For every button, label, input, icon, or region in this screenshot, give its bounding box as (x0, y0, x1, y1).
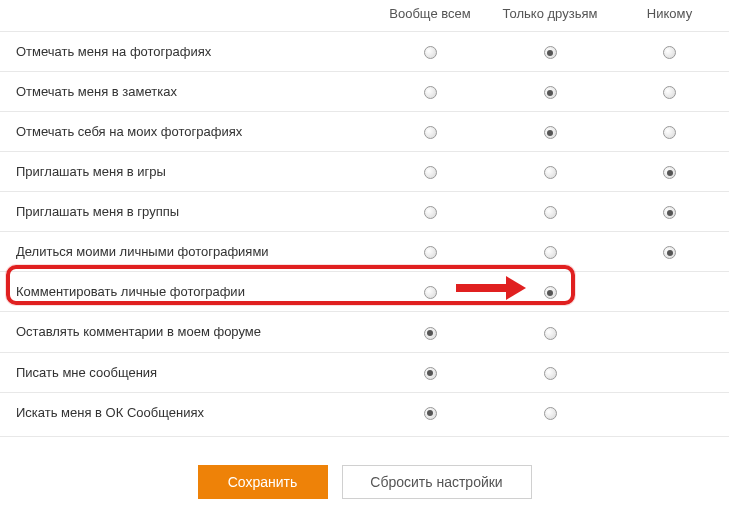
radio-none[interactable] (663, 46, 676, 59)
radio-all[interactable] (424, 246, 437, 259)
table-row: Отмечать себя на моих фотографиях (0, 112, 729, 152)
radio-cell-friends (490, 192, 610, 232)
radio-cell-none (610, 392, 729, 432)
radio-friends[interactable] (544, 166, 557, 179)
row-label: Приглашать меня в игры (0, 152, 370, 192)
radio-all[interactable] (424, 46, 437, 59)
radio-cell-none (610, 312, 729, 352)
radio-cell-all (370, 352, 490, 392)
radio-friends[interactable] (544, 126, 557, 139)
radio-none[interactable] (663, 86, 676, 99)
radio-cell-none (610, 152, 729, 192)
radio-cell-all (370, 152, 490, 192)
radio-cell-all (370, 312, 490, 352)
table-row: Оставлять комментарии в моем форуме (0, 312, 729, 352)
radio-cell-all (370, 392, 490, 432)
radio-none[interactable] (663, 126, 676, 139)
header-friends: Только друзьям (490, 0, 610, 32)
radio-cell-all (370, 112, 490, 152)
radio-all[interactable] (424, 407, 437, 420)
radio-cell-friends (490, 352, 610, 392)
header-none: Никому (610, 0, 729, 32)
radio-friends[interactable] (544, 206, 557, 219)
radio-cell-friends (490, 112, 610, 152)
row-label: Искать меня в ОК Сообщениях (0, 392, 370, 432)
row-label: Делиться моими личными фотографиями (0, 232, 370, 272)
radio-cell-all (370, 32, 490, 72)
radio-cell-friends (490, 232, 610, 272)
radio-all[interactable] (424, 166, 437, 179)
radio-friends[interactable] (544, 46, 557, 59)
radio-cell-all (370, 192, 490, 232)
radio-cell-friends (490, 72, 610, 112)
radio-none[interactable] (663, 206, 676, 219)
radio-all[interactable] (424, 286, 437, 299)
radio-cell-friends (490, 32, 610, 72)
table-row: Приглашать меня в группы (0, 192, 729, 232)
radio-cell-none (610, 352, 729, 392)
table-row: Комментировать личные фотографии (0, 272, 729, 312)
radio-friends[interactable] (544, 407, 557, 420)
privacy-settings-table: Вообще всем Только друзьям Никому Отмеча… (0, 0, 729, 432)
table-row: Писать мне сообщения (0, 352, 729, 392)
row-label: Отмечать меня в заметках (0, 72, 370, 112)
row-label: Оставлять комментарии в моем форуме (0, 312, 370, 352)
radio-cell-none (610, 272, 729, 312)
table-row: Искать меня в ОК Сообщениях (0, 392, 729, 432)
radio-none[interactable] (663, 166, 676, 179)
row-label: Приглашать меня в группы (0, 192, 370, 232)
table-row: Делиться моими личными фотографиями (0, 232, 729, 272)
radio-friends[interactable] (544, 327, 557, 340)
save-button[interactable]: Сохранить (198, 465, 328, 499)
radio-cell-none (610, 112, 729, 152)
radio-all[interactable] (424, 206, 437, 219)
radio-cell-friends (490, 272, 610, 312)
radio-all[interactable] (424, 86, 437, 99)
reset-button[interactable]: Сбросить настройки (342, 465, 532, 499)
radio-friends[interactable] (544, 286, 557, 299)
header-label (0, 0, 370, 32)
row-label: Писать мне сообщения (0, 352, 370, 392)
table-row: Приглашать меня в игры (0, 152, 729, 192)
radio-cell-all (370, 232, 490, 272)
table-row: Отмечать меня в заметках (0, 72, 729, 112)
table-row: Отмечать меня на фотографиях (0, 32, 729, 72)
radio-friends[interactable] (544, 246, 557, 259)
radio-none[interactable] (663, 246, 676, 259)
radio-cell-none (610, 72, 729, 112)
radio-cell-friends (490, 312, 610, 352)
radio-cell-none (610, 32, 729, 72)
radio-cell-all (370, 272, 490, 312)
radio-friends[interactable] (544, 367, 557, 380)
radio-cell-friends (490, 392, 610, 432)
header-all: Вообще всем (370, 0, 490, 32)
table-header: Вообще всем Только друзьям Никому (0, 0, 729, 32)
radio-all[interactable] (424, 126, 437, 139)
radio-all[interactable] (424, 367, 437, 380)
row-label: Отмечать себя на моих фотографиях (0, 112, 370, 152)
radio-all[interactable] (424, 327, 437, 340)
radio-cell-none (610, 232, 729, 272)
footer: Сохранить Сбросить настройки (0, 437, 729, 499)
row-label: Отмечать меня на фотографиях (0, 32, 370, 72)
radio-cell-friends (490, 152, 610, 192)
row-label: Комментировать личные фотографии (0, 272, 370, 312)
radio-cell-all (370, 72, 490, 112)
radio-friends[interactable] (544, 86, 557, 99)
radio-cell-none (610, 192, 729, 232)
